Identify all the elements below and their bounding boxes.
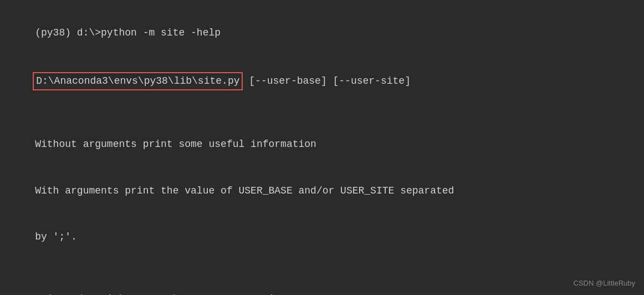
blank-line-1: [11, 106, 633, 121]
command-line: (py38) d:\>python -m site -help: [11, 10, 633, 57]
blank-line-2: [11, 261, 633, 276]
usage-line: D:\Anaconda3\envs\py38\lib\site.py [--us…: [11, 57, 633, 106]
terminal-window: (py38) d:\>python -m site -help D:\Anaco…: [0, 0, 644, 295]
desc-text-3: by ';'.: [35, 231, 77, 242]
watermark: CSDN @LittleRuby: [574, 279, 635, 287]
desc-line-1: Without arguments print some useful info…: [11, 121, 633, 168]
command-text: (py38) d:\>python -m site -help: [35, 27, 221, 38]
exit-header-line: Exit codes with --user-base or --user-si…: [11, 276, 633, 295]
desc-line-2: With arguments print the value of USER_B…: [11, 168, 633, 215]
site-py-path: D:\Anaconda3\envs\py38\lib\site.py: [33, 72, 243, 91]
usage-args: [--user-base] [--user-site]: [243, 75, 410, 87]
desc-text-2: With arguments print the value of USER_B…: [35, 185, 454, 196]
desc-line-3: by ';'.: [11, 215, 633, 261]
desc-text-1: Without arguments print some useful info…: [35, 139, 316, 150]
